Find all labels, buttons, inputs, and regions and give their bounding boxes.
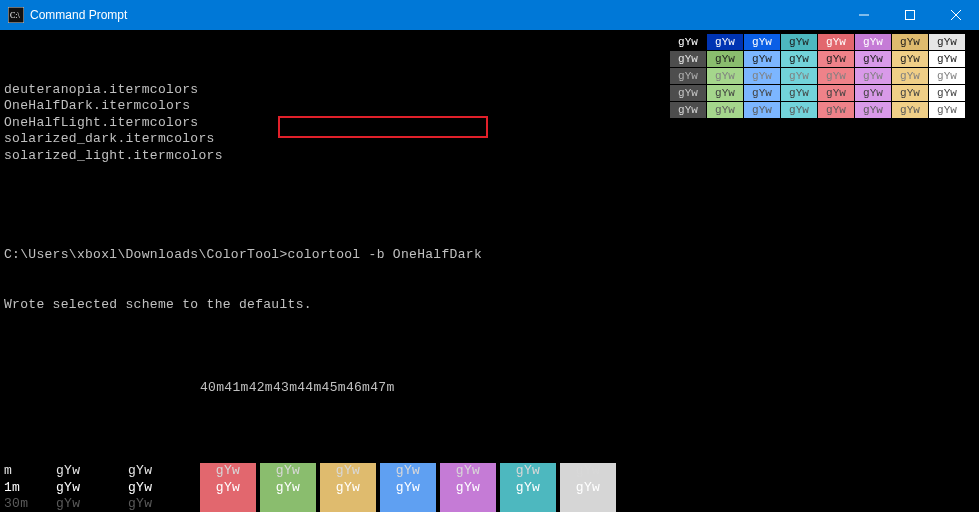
palette-swatch: gYw bbox=[818, 85, 854, 101]
color-cell: gYw bbox=[320, 463, 376, 480]
bg-header-cell: 43m bbox=[273, 380, 297, 395]
palette-swatch: gYw bbox=[855, 102, 891, 118]
color-cell: gYw bbox=[440, 463, 496, 480]
window-title: Command Prompt bbox=[30, 8, 841, 22]
palette-swatch: gYw bbox=[929, 51, 965, 67]
palette-swatch: gYw bbox=[707, 85, 743, 101]
palette-swatch: gYw bbox=[892, 34, 928, 50]
prompt-line: C:\Users\xboxl\Downloads\ColorTool>color… bbox=[4, 247, 975, 264]
terminal-body[interactable]: deuteranopia.itermcolorsOneHalfDark.iter… bbox=[0, 30, 979, 512]
bg-header-cell: 40m bbox=[200, 380, 224, 395]
bg-header-cell: 46m bbox=[346, 380, 370, 395]
color-cell bbox=[260, 496, 316, 512]
palette-swatch: gYw bbox=[670, 102, 706, 118]
color-cell: gYw bbox=[260, 463, 316, 480]
color-row: 1mgYwgYwgYwgYwgYwgYwgYwgYwgYw bbox=[4, 480, 975, 497]
palette-grid: gYwgYwgYwgYwgYwgYwgYwgYwgYwgYwgYwgYwgYwg… bbox=[670, 34, 965, 118]
cmd-icon: C:\ bbox=[8, 7, 24, 23]
color-cell: gYw bbox=[440, 480, 496, 497]
file-listing-line: solarized_light.itermcolors bbox=[4, 148, 975, 165]
close-button[interactable] bbox=[933, 0, 979, 30]
color-cell: gYw bbox=[560, 480, 616, 497]
color-cell bbox=[500, 496, 556, 512]
color-cell: gYw bbox=[500, 480, 556, 497]
palette-swatch: gYw bbox=[707, 51, 743, 67]
bg-header-row: 40m41m42m43m44m45m46m47m bbox=[4, 380, 975, 397]
palette-swatch: gYw bbox=[929, 34, 965, 50]
color-cell: gYw bbox=[320, 480, 376, 497]
svg-text:C:\: C:\ bbox=[10, 11, 21, 20]
color-cell: gYw bbox=[200, 463, 256, 480]
prompt-path: C:\Users\xboxl\Downloads\ColorTool> bbox=[4, 247, 288, 262]
palette-swatch: gYw bbox=[892, 102, 928, 118]
output-message: Wrote selected scheme to the defaults. bbox=[4, 297, 975, 314]
palette-swatch: gYw bbox=[781, 85, 817, 101]
color-cell: gYw bbox=[560, 463, 616, 480]
palette-swatch: gYw bbox=[818, 68, 854, 84]
bg-header-cell: 45m bbox=[322, 380, 346, 395]
palette-swatch: gYw bbox=[707, 34, 743, 50]
entered-command: colortool -b OneHalfDark bbox=[288, 247, 482, 262]
palette-swatch: gYw bbox=[892, 68, 928, 84]
color-cell bbox=[380, 496, 436, 512]
color-cell bbox=[440, 496, 496, 512]
color-cell bbox=[560, 496, 616, 512]
palette-swatch: gYw bbox=[707, 102, 743, 118]
palette-swatch: gYw bbox=[892, 85, 928, 101]
palette-swatch: gYw bbox=[781, 34, 817, 50]
color-cell: gYw bbox=[260, 480, 316, 497]
bg-header-cell: 41m bbox=[224, 380, 248, 395]
bg-header-cell: 42m bbox=[249, 380, 273, 395]
palette-swatch: gYw bbox=[744, 51, 780, 67]
palette-swatch: gYw bbox=[744, 102, 780, 118]
palette-swatch: gYw bbox=[855, 34, 891, 50]
palette-swatch: gYw bbox=[929, 102, 965, 118]
palette-swatch: gYw bbox=[744, 34, 780, 50]
palette-swatch: gYw bbox=[670, 34, 706, 50]
color-row: 30mgYwgYw bbox=[4, 496, 975, 512]
color-cell bbox=[320, 496, 376, 512]
palette-swatch: gYw bbox=[670, 51, 706, 67]
palette-swatch: gYw bbox=[818, 51, 854, 67]
minimize-button[interactable] bbox=[841, 0, 887, 30]
color-cell: gYw bbox=[200, 480, 256, 497]
color-cell: gYw bbox=[380, 480, 436, 497]
palette-swatch: gYw bbox=[855, 51, 891, 67]
window-titlebar: C:\ Command Prompt bbox=[0, 0, 979, 30]
palette-swatch: gYw bbox=[781, 51, 817, 67]
color-row: mgYwgYwgYwgYwgYwgYwgYwgYwgYw bbox=[4, 463, 975, 480]
color-cell: gYw bbox=[500, 463, 556, 480]
palette-swatch: gYw bbox=[855, 68, 891, 84]
palette-swatch: gYw bbox=[818, 34, 854, 50]
palette-swatch: gYw bbox=[781, 68, 817, 84]
palette-swatch: gYw bbox=[670, 85, 706, 101]
svg-rect-3 bbox=[906, 11, 915, 20]
palette-swatch: gYw bbox=[781, 102, 817, 118]
palette-swatch: gYw bbox=[744, 85, 780, 101]
palette-swatch: gYw bbox=[855, 85, 891, 101]
palette-swatch: gYw bbox=[818, 102, 854, 118]
palette-swatch: gYw bbox=[744, 68, 780, 84]
window-buttons bbox=[841, 0, 979, 30]
palette-swatch: gYw bbox=[670, 68, 706, 84]
color-cell bbox=[200, 496, 256, 512]
color-cell: gYw bbox=[380, 463, 436, 480]
bg-header-cell: 44m bbox=[297, 380, 321, 395]
bg-header-cell: 47m bbox=[370, 380, 394, 395]
palette-swatch: gYw bbox=[892, 51, 928, 67]
file-listing-line: solarized_dark.itermcolors bbox=[4, 131, 975, 148]
palette-swatch: gYw bbox=[707, 68, 743, 84]
palette-swatch: gYw bbox=[929, 68, 965, 84]
palette-swatch: gYw bbox=[929, 85, 965, 101]
maximize-button[interactable] bbox=[887, 0, 933, 30]
